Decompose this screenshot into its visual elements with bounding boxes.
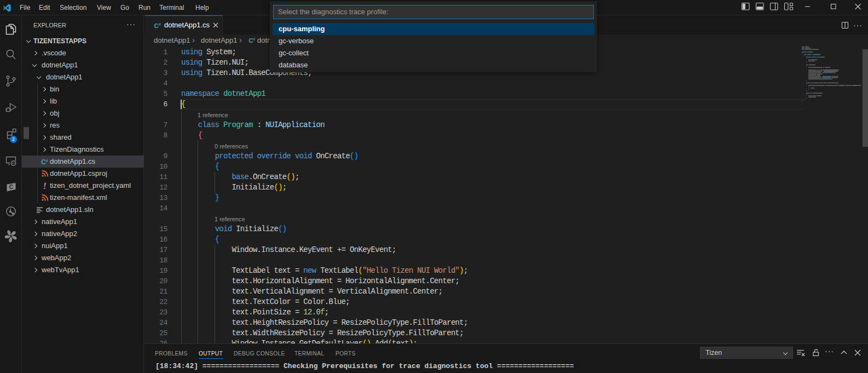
svg-text:C: C <box>248 37 253 44</box>
svg-text:#: # <box>46 158 49 163</box>
svg-text:C: C <box>9 183 13 190</box>
svg-text:#: # <box>253 37 255 41</box>
svg-text:#: # <box>159 22 161 26</box>
